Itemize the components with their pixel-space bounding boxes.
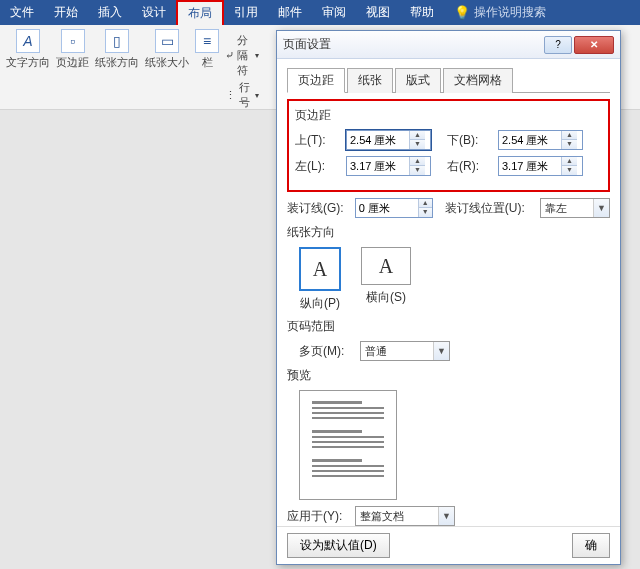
size-button[interactable]: ▭纸张大小 [145,29,189,70]
menubar: 文件 开始 插入 设计 布局 引用 邮件 审阅 视图 帮助 💡 操作说明搜索 [0,0,640,25]
spin-up-icon[interactable]: ▲ [410,131,425,140]
columns-button[interactable]: ≡栏 [195,29,219,70]
preview-thumbnail [299,390,397,500]
top-label: 上(T): [295,132,340,149]
menu-mailings[interactable]: 邮件 [268,0,312,25]
landscape-option[interactable]: A 横向(S) [361,247,411,312]
menu-file[interactable]: 文件 [0,0,44,25]
text-direction-button[interactable]: A文字方向 [6,29,50,70]
apply-to-combo[interactable]: 整篇文档▼ [355,506,455,526]
right-margin-input[interactable]: ▲▼ [498,156,583,176]
tab-paper[interactable]: 纸张 [347,68,393,93]
breaks-icon: ⤶ [225,49,234,62]
gutter-input[interactable]: ▲▼ [355,198,433,218]
multi-pages-combo[interactable]: 普通▼ [360,341,450,361]
bottom-label: 下(B): [447,132,492,149]
tab-margins[interactable]: 页边距 [287,68,345,93]
line-num-icon: ⋮ [225,89,236,102]
tell-me-label: 操作说明搜索 [474,4,546,21]
gutter-pos-label: 装订线位置(U): [445,200,535,217]
orientation-heading: 纸张方向 [287,224,610,241]
margins-section: 页边距 上(T): ▲▼ 下(B): ▲▼ 左(L): ▲▼ 右(R): ▲▼ [287,99,610,192]
bottom-margin-input[interactable]: ▲▼ [498,130,583,150]
menu-layout[interactable]: 布局 [176,0,224,25]
portrait-icon: A [299,247,341,291]
margins-button[interactable]: ▫页边距 [56,29,89,70]
pages-heading: 页码范围 [287,318,610,335]
spin-down-icon[interactable]: ▼ [410,140,425,149]
preview-heading: 预览 [287,367,610,384]
dialog-titlebar[interactable]: 页面设置 ? ✕ [277,31,620,59]
gutter-pos-combo[interactable]: 靠左▼ [540,198,610,218]
dialog-footer: 设为默认值(D) 确 [277,526,620,564]
lightbulb-icon: 💡 [454,5,470,20]
multi-pages-label: 多页(M): [299,343,354,360]
tab-grid[interactable]: 文档网格 [443,68,513,93]
breaks-button[interactable]: ⤶分隔符▾ [225,33,259,78]
menu-review[interactable]: 审阅 [312,0,356,25]
dialog-title: 页面设置 [283,36,542,53]
chevron-down-icon[interactable]: ▼ [593,199,609,217]
landscape-icon: A [361,247,411,285]
line-numbers-button[interactable]: ⋮行号▾ [225,80,259,110]
help-button[interactable]: ? [544,36,572,54]
left-margin-input[interactable]: ▲▼ [346,156,431,176]
menu-home[interactable]: 开始 [44,0,88,25]
close-button[interactable]: ✕ [574,36,614,54]
right-label: 右(R): [447,158,492,175]
page-setup-dialog: 页面设置 ? ✕ 页边距 纸张 版式 文档网格 页边距 上(T): ▲▼ 下(B… [276,30,621,565]
menu-view[interactable]: 视图 [356,0,400,25]
menu-help[interactable]: 帮助 [400,0,444,25]
tell-me-search[interactable]: 💡 操作说明搜索 [444,0,556,25]
ribbon-group-page-setup: A文字方向 ▫页边距 ▯纸张方向 ▭纸张大小 ≡栏 ⤶分隔符▾ ⋮行号▾ bc断… [0,25,265,109]
portrait-option[interactable]: A 纵向(P) [299,247,341,312]
menu-insert[interactable]: 插入 [88,0,132,25]
gutter-label: 装订线(G): [287,200,349,217]
dialog-tabs: 页边距 纸张 版式 文档网格 [287,67,610,93]
top-margin-input[interactable]: ▲▼ [346,130,431,150]
margins-heading: 页边距 [295,107,602,124]
orientation-button[interactable]: ▯纸张方向 [95,29,139,70]
apply-to-label: 应用于(Y): [287,508,349,525]
tab-layout[interactable]: 版式 [395,68,441,93]
left-label: 左(L): [295,158,340,175]
menu-references[interactable]: 引用 [224,0,268,25]
set-default-button[interactable]: 设为默认值(D) [287,533,390,558]
menu-design[interactable]: 设计 [132,0,176,25]
ok-button[interactable]: 确 [572,533,610,558]
